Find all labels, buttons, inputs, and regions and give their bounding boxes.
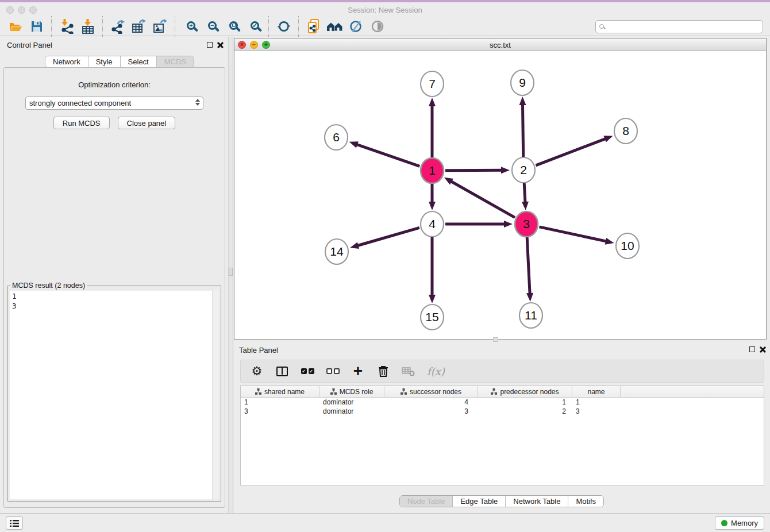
refresh-icon[interactable] xyxy=(273,18,294,35)
table-cell[interactable]: dominator xyxy=(319,398,384,407)
vertical-splitter[interactable] xyxy=(228,37,233,513)
table-cell[interactable]: 3 xyxy=(572,407,621,416)
close-panel-icon[interactable] xyxy=(760,346,766,353)
save-icon xyxy=(30,20,44,33)
export-network-icon[interactable] xyxy=(107,18,128,35)
tab-network[interactable]: Network xyxy=(45,56,88,67)
graph-node-label: 6 xyxy=(333,130,340,144)
import-network-icon[interactable] xyxy=(56,18,77,35)
tab-style[interactable]: Style xyxy=(88,56,120,67)
column-header[interactable]: successor nodes xyxy=(384,386,478,397)
memory-button[interactable]: Memory xyxy=(715,516,764,530)
toolbar-separator xyxy=(298,16,299,37)
task-list-button[interactable] xyxy=(6,516,23,530)
table-body: 1dominator4113dominator323 xyxy=(241,398,764,416)
zoom-out-icon: − xyxy=(208,21,217,30)
table-row[interactable]: 3dominator323 xyxy=(241,407,764,416)
zoom-fit-icon[interactable] xyxy=(222,18,243,35)
mcds-result-title: MCDS result (2 nodes) xyxy=(10,282,87,290)
toolbar-separator xyxy=(102,16,103,37)
tab-select[interactable]: Select xyxy=(120,56,156,67)
table-row[interactable]: 1dominator411 xyxy=(241,398,764,407)
tab-mcds[interactable]: MCDS xyxy=(156,56,194,67)
column-header[interactable]: name xyxy=(572,386,621,397)
select-all-icon[interactable]: ✓✓ xyxy=(301,364,314,379)
control-panel-tabs: Network Style Select MCDS xyxy=(45,56,194,68)
graph-edge[interactable] xyxy=(524,183,525,203)
import-table-icon[interactable] xyxy=(77,18,98,35)
table-cell[interactable]: 1 xyxy=(478,398,572,407)
graph-edge[interactable] xyxy=(445,170,503,171)
export-network-icon xyxy=(110,19,125,34)
graph-edge-arrow-icon xyxy=(526,293,533,302)
float-panel-icon[interactable] xyxy=(207,42,213,48)
import-table-icon xyxy=(80,19,95,34)
open-folder-icon[interactable] xyxy=(5,18,26,35)
column-header[interactable]: shared name xyxy=(241,386,319,397)
scrollbar[interactable] xyxy=(212,291,219,499)
table-cell[interactable]: 1 xyxy=(572,398,621,407)
graph-edge[interactable] xyxy=(536,138,606,165)
trash-icon[interactable] xyxy=(376,364,390,379)
graph-node-label: 15 xyxy=(425,310,438,323)
optimization-criterion-label: Optimization criterion: xyxy=(4,80,225,89)
table-cell[interactable]: dominator xyxy=(319,407,384,416)
column-header[interactable]: MCDS role xyxy=(319,386,384,397)
graph-edge[interactable] xyxy=(527,237,530,295)
search-input[interactable] xyxy=(604,21,763,33)
optimization-criterion-select[interactable]: strongly connected component xyxy=(25,97,203,110)
select-stepper-icon xyxy=(195,99,200,106)
tab-motifs[interactable]: Motifs xyxy=(568,496,603,507)
home-icon[interactable] xyxy=(324,18,345,35)
gear-icon[interactable]: ⚙ xyxy=(250,364,264,379)
graph-edge[interactable] xyxy=(357,228,419,246)
splitter-grip[interactable] xyxy=(493,337,498,342)
split-view-icon[interactable] xyxy=(275,364,289,379)
export-image-icon[interactable] xyxy=(149,18,171,35)
close-panel-icon[interactable] xyxy=(217,42,224,48)
zoom-out-icon[interactable]: − xyxy=(201,18,222,35)
table-cell[interactable]: 4 xyxy=(384,398,478,407)
table-cell[interactable]: 3 xyxy=(384,407,478,416)
graph-node-label: 2 xyxy=(520,163,527,176)
copy-network-icon[interactable] xyxy=(303,18,324,35)
add-icon[interactable]: + xyxy=(351,364,365,379)
hierarchy-icon xyxy=(491,388,497,395)
run-mcds-button[interactable]: Run MCDS xyxy=(53,117,110,129)
search-box[interactable] xyxy=(595,20,763,33)
toolbar-separator xyxy=(268,16,269,37)
eye-icon[interactable] xyxy=(367,18,388,35)
table-panel: Table Panel ⚙ ✓✓ + xyxy=(233,342,770,511)
hide-eye-icon[interactable] xyxy=(345,18,367,35)
splitter-grip[interactable] xyxy=(229,268,233,276)
table-cell[interactable]: 3 xyxy=(241,407,319,416)
graph-node-label: 4 xyxy=(429,217,436,230)
graph-edge[interactable] xyxy=(522,103,523,157)
zoom-in-icon[interactable]: + xyxy=(179,18,201,35)
graph-edge[interactable] xyxy=(450,181,515,218)
table-cell-filler xyxy=(621,402,764,403)
memory-status-icon xyxy=(721,520,727,526)
table-cell-filler xyxy=(621,411,764,412)
save-icon[interactable] xyxy=(26,18,47,35)
zoom-fit-icon xyxy=(229,21,238,30)
export-table-icon[interactable] xyxy=(128,18,149,35)
tab-node-table[interactable]: Node Table xyxy=(400,496,453,507)
tab-network-table[interactable]: Network Table xyxy=(505,496,568,507)
graph-edge[interactable] xyxy=(539,227,607,242)
graph-edge[interactable] xyxy=(356,144,419,167)
zoom-selected-icon[interactable]: ✓ xyxy=(243,18,264,35)
zoom-in-icon: + xyxy=(187,21,195,30)
network-window-titlebar[interactable]: × − + scc.txt xyxy=(234,38,766,51)
float-panel-icon[interactable] xyxy=(749,346,755,352)
deselect-all-icon[interactable] xyxy=(326,364,340,379)
tab-edge-table[interactable]: Edge Table xyxy=(452,496,505,507)
column-header[interactable]: predecessor nodes xyxy=(478,386,572,397)
mcds-result-text[interactable]: 1 3 xyxy=(10,291,212,499)
close-panel-button[interactable]: Close panel xyxy=(118,117,176,129)
graph-edge-arrow-icon xyxy=(504,221,513,228)
network-canvas[interactable]: 1234678910111415 xyxy=(234,51,766,339)
mcds-result-box: MCDS result (2 nodes) 1 3 xyxy=(7,282,221,502)
table-cell[interactable]: 2 xyxy=(478,407,572,416)
table-cell[interactable]: 1 xyxy=(241,398,319,407)
